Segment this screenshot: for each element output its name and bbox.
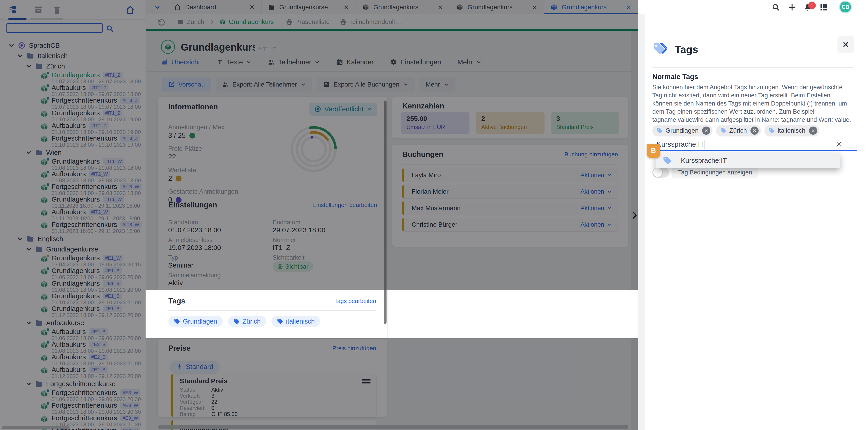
suggestion-label: Kurssprache:IT xyxy=(681,157,727,164)
panel-description: Sie können hier dem Angebot Tags hinzufü… xyxy=(652,83,851,124)
avatar[interactable]: CB xyxy=(839,1,852,13)
vertical-scrollbar[interactable] xyxy=(384,290,386,324)
dim-overlay xyxy=(0,338,638,430)
tag-label: Zürich xyxy=(243,318,261,325)
tag-label: Zürich xyxy=(729,127,747,134)
presence-cursor-badge: B xyxy=(647,144,660,158)
tag-icon xyxy=(174,318,180,325)
remove-tag-button[interactable] xyxy=(809,127,817,135)
tag-icon xyxy=(656,127,663,134)
tag-chip: Zürich xyxy=(228,316,266,327)
remove-tag-button[interactable] xyxy=(702,127,710,135)
tags-side-panel: 1 CB Tags Normale Tags Sie können hier d… xyxy=(638,0,868,430)
tag-chip: Grundlagen xyxy=(168,316,223,327)
toggle-label: Tag Bedingungen anzeigen xyxy=(672,166,758,178)
divider xyxy=(652,67,852,68)
tag-icon xyxy=(277,318,283,325)
edit-tags-link[interactable]: Tags bearbeiten xyxy=(334,298,376,305)
tags-spotlight-section: Tags Tags bearbeiten Grundlagen Zürich i… xyxy=(146,290,638,338)
tag-label: Grundlagen xyxy=(183,318,217,325)
app-root: SprachCB xyxy=(0,0,868,430)
text-cursor xyxy=(705,140,705,149)
tag-suggestion-item[interactable]: Kurssprache:IT xyxy=(655,153,840,168)
panel-gutter xyxy=(638,0,645,430)
tag-list: Grundlagen Zürich italienisch xyxy=(168,316,320,327)
notifications-bell-icon[interactable]: 1 xyxy=(804,3,812,11)
global-topbar: 1 CB xyxy=(638,0,868,14)
input-focus-underline xyxy=(659,150,857,152)
selected-tag-chip: Grundlagen xyxy=(652,125,712,136)
panel-title: Tags xyxy=(675,43,698,56)
tag-icon xyxy=(769,127,775,134)
tag-label: Grundlagen xyxy=(665,127,699,134)
dim-overlay xyxy=(0,0,638,290)
card-edge xyxy=(388,290,388,338)
selected-tags: Grundlagen Zürich xyxy=(652,125,819,136)
tag-conditions-toggle[interactable] xyxy=(652,167,669,177)
apps-grid-icon[interactable] xyxy=(819,3,828,11)
divider xyxy=(168,310,376,311)
tag-chip: italienisch xyxy=(272,316,320,327)
close-panel-button[interactable] xyxy=(837,36,854,53)
remove-tag-button[interactable] xyxy=(750,127,758,135)
tag-icon xyxy=(234,318,240,325)
dim-overlay xyxy=(0,290,146,338)
section-heading: Tags xyxy=(168,297,185,305)
tag-icon xyxy=(720,127,726,134)
tag-icon xyxy=(663,156,672,165)
notification-badge: 1 xyxy=(808,2,816,9)
tag-label: italienisch xyxy=(286,318,315,325)
add-icon[interactable] xyxy=(788,3,796,11)
clear-input-icon[interactable] xyxy=(835,140,842,148)
panel-subheading: Normale Tags xyxy=(652,73,698,81)
tag-search-input[interactable]: Kurssprache:IT xyxy=(657,140,705,149)
tag-label: italienisch xyxy=(778,127,805,134)
tags-panel-icon xyxy=(652,42,667,57)
search-icon[interactable] xyxy=(772,3,780,11)
selected-tag-chip: italienisch xyxy=(765,125,819,136)
selected-tag-chip: Zürich xyxy=(716,125,761,136)
